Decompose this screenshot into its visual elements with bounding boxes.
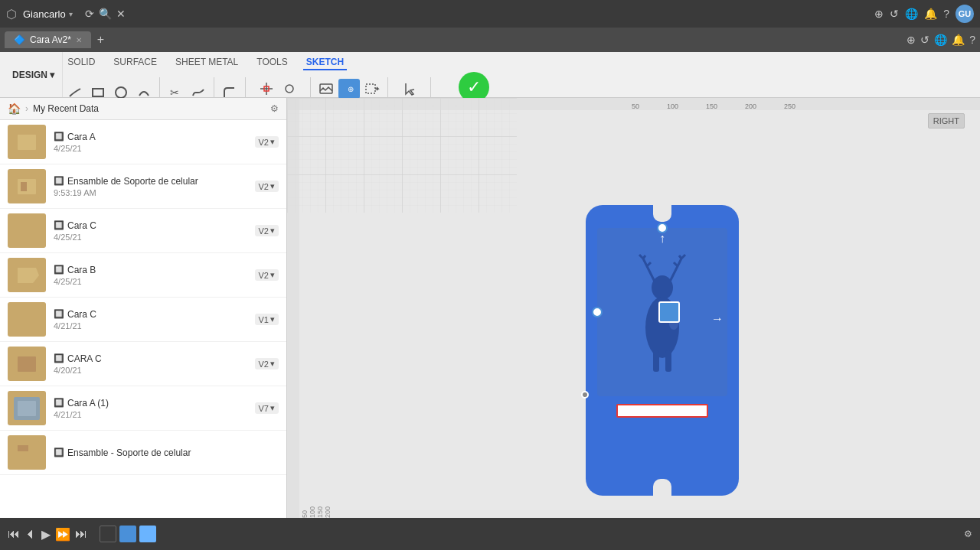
ruler-200: 200: [745, 103, 756, 110]
playback-prev[interactable]: ⏴: [24, 527, 37, 541]
playback-play[interactable]: ▶: [41, 527, 51, 542]
ruler-v-50: 50: [301, 127, 309, 518]
ruler-vertical: [287, 98, 299, 518]
top-notch: [653, 205, 671, 222]
phone-model: ↑ →: [586, 205, 739, 496]
ruler-v-100: 100: [309, 127, 316, 518]
tab-bell-icon[interactable]: 🔔: [952, 34, 965, 46]
sidebar-item-cara-a-1[interactable]: 🔲 Cara A (1) 4/21/21 V7 ▾: [0, 386, 286, 431]
settings-icon[interactable]: ⚙: [270, 103, 279, 114]
user-menu[interactable]: Giancarlo ▾: [23, 8, 73, 20]
globe-icon[interactable]: 🌐: [905, 8, 918, 20]
close-icon[interactable]: ✕: [116, 8, 126, 20]
item-date: 4/25/21: [54, 144, 247, 153]
sidebar-item-cara-c-1[interactable]: 🔲 Cara C 4/25/21 V2 ▾: [0, 209, 286, 253]
toolbar: DESIGN ▾ SOLID SURFACE SHEET METAL TOOLS…: [0, 52, 980, 98]
ruler-150: 150: [706, 103, 717, 110]
chevron-down-icon: ▾: [69, 10, 73, 18]
svg-rect-24: [14, 441, 40, 464]
version-badge[interactable]: V2 ▾: [255, 358, 279, 369]
sidebar-item-info: 🔲 Cara A 4/25/21: [54, 132, 247, 153]
version-badge[interactable]: V2 ▾: [255, 136, 279, 148]
constraint-coincident[interactable]: [256, 79, 277, 99]
tab-add-icon[interactable]: ⊕: [906, 34, 916, 46]
home-icon[interactable]: 🏠: [8, 103, 21, 115]
version-badge[interactable]: V2 ▾: [255, 269, 279, 281]
bottom-bar: ⏮ ⏴ ▶ ⏩ ⏭ ⚙: [0, 518, 980, 550]
component-icon: 🔲: [54, 265, 64, 275]
chevron-icon: ▾: [270, 359, 275, 369]
sidebar-item-ensamble-soporte[interactable]: 🔲 Ensamble de Soporte de celular 9:53:19…: [0, 164, 286, 209]
tab-help-icon[interactable]: ?: [969, 34, 975, 46]
version-badge[interactable]: V7 ▾: [255, 402, 279, 414]
insert-image[interactable]: [315, 79, 337, 99]
insert-select-box[interactable]: [361, 79, 383, 99]
version-badge[interactable]: V2 ▾: [255, 181, 279, 192]
item-date: 4/21/21: [54, 410, 247, 419]
sidebar-item-cara-c-2[interactable]: 🔲 Cara C 4/21/21 V1 ▾: [0, 298, 286, 342]
tab-globe-icon[interactable]: 🌐: [934, 34, 947, 46]
search-icon[interactable]: 🔍: [99, 8, 112, 20]
origin-dot: [581, 391, 589, 399]
svg-rect-23: [18, 401, 36, 416]
sidebar-item-info: 🔲 Ensamble de Soporte de celular 9:53:19…: [54, 176, 247, 197]
help-icon[interactable]: ⊕: [874, 8, 884, 20]
version-badge[interactable]: V1 ▾: [255, 314, 279, 325]
sidebar-item-cara-b[interactable]: 🔲 Cara B 4/25/21 V2 ▾: [0, 253, 286, 298]
playback-end[interactable]: ⏭: [75, 527, 87, 541]
notification-icon[interactable]: 🔔: [924, 8, 937, 20]
arrow-up[interactable]: ↑: [659, 232, 665, 246]
arrow-right[interactable]: →: [711, 312, 724, 326]
sidebar-item-ensamble-soporte-celular[interactable]: 🔲 Ensamble - Soporte de celular: [0, 431, 286, 475]
chevron-icon: ▾: [270, 181, 275, 191]
svg-rect-0: [93, 89, 103, 96]
frame-1[interactable]: [100, 526, 116, 542]
sidebar: 🏠 › My Recent Data ⚙ 🔲 Cara A 4/25/21 V2…: [0, 98, 287, 518]
design-button[interactable]: DESIGN ▾: [9, 68, 57, 82]
svg-point-6: [286, 85, 293, 93]
sidebar-item-cara-c-upper[interactable]: 🔲 CARA C 4/20/21 V2 ▾: [0, 342, 286, 386]
refresh-icon[interactable]: ⟳: [85, 8, 94, 20]
svg-text:⊕: ⊕: [348, 85, 354, 93]
svg-rect-10: [366, 84, 375, 93]
tab-sketch[interactable]: SKETCH: [303, 55, 347, 70]
tab-close-icon[interactable]: ✕: [76, 36, 82, 44]
thumbnail-cara-c-upper: [8, 347, 46, 381]
frame-selector: [100, 526, 156, 542]
question-icon[interactable]: ?: [943, 8, 949, 20]
sidebar-item-info: 🔲 Cara A (1) 4/21/21: [54, 398, 247, 419]
sidebar-item-info: 🔲 Cara B 4/25/21: [54, 265, 247, 286]
tab-tools[interactable]: TOOLS: [253, 55, 290, 70]
chevron-icon: ▾: [270, 270, 275, 280]
bottombar-settings-icon[interactable]: ⚙: [964, 529, 972, 539]
frame-3[interactable]: [139, 526, 156, 542]
select-tool[interactable]: [399, 79, 420, 99]
playback-start[interactable]: ⏮: [8, 527, 20, 541]
component-icon: 🔲: [54, 353, 64, 363]
avatar[interactable]: GU: [956, 5, 974, 23]
tab-cara-av2[interactable]: 🔷 Cara Av2* ✕: [5, 31, 91, 48]
frame-2[interactable]: [119, 526, 136, 542]
tab-refresh-icon[interactable]: ↺: [920, 34, 929, 46]
component-icon: 🔲: [54, 132, 64, 142]
tab-surface[interactable]: SURFACE: [110, 55, 160, 70]
move-handle-left[interactable]: [592, 307, 603, 317]
tab-solid[interactable]: SOLID: [64, 55, 98, 70]
component-icon: 🔲: [54, 398, 64, 408]
sidebar-item-cara-a[interactable]: 🔲 Cara A 4/25/21 V2 ▾: [0, 120, 286, 164]
constraint-midpoint[interactable]: [279, 79, 300, 99]
item-name: Cara A: [67, 132, 96, 142]
selected-item-box[interactable]: [658, 301, 680, 323]
insert-active[interactable]: ⊕: [338, 79, 360, 99]
svg-point-1: [116, 87, 126, 98]
tab-add-button[interactable]: +: [97, 33, 104, 47]
version-badge[interactable]: V2 ▾: [255, 225, 279, 236]
playback-next[interactable]: ⏩: [55, 527, 70, 542]
tab-sheet-metal[interactable]: SHEET METAL: [172, 55, 241, 70]
item-name: Cara C: [67, 309, 96, 320]
canvas-area[interactable]: 50 100 150 200 250: [287, 98, 980, 518]
thumbnail-cara-c-1: [8, 213, 46, 248]
component-icon: 🔲: [54, 309, 64, 319]
svg-rect-21: [18, 356, 36, 372]
sync-icon[interactable]: ↺: [890, 8, 899, 20]
